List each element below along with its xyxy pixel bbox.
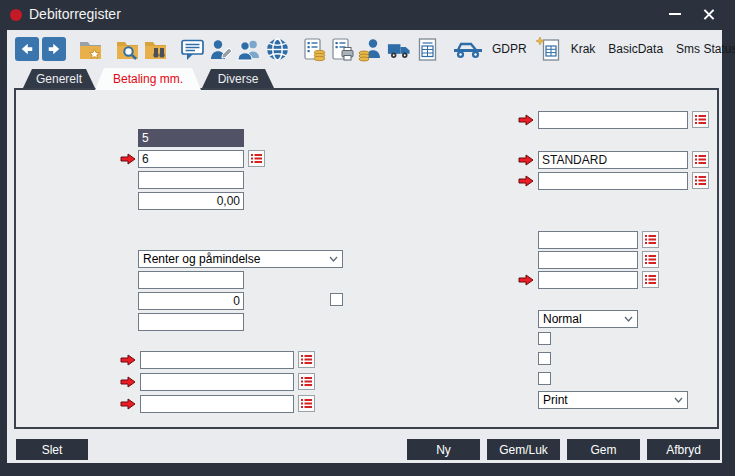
list-lookup-icon xyxy=(695,114,706,125)
projekt-lookup-button[interactable] xyxy=(692,111,709,128)
tab-generelt[interactable]: Generelt xyxy=(23,69,95,88)
back-icon xyxy=(15,37,39,61)
back-button[interactable] xyxy=(15,36,39,62)
fakturagebyr-field[interactable] xyxy=(140,373,294,391)
prisgruppe-goto-arrow-icon[interactable] xyxy=(120,354,136,366)
chevron-down-icon xyxy=(329,256,338,262)
close-icon xyxy=(703,9,714,20)
prisgruppe-field[interactable] xyxy=(140,351,294,369)
statement-print-icon[interactable] xyxy=(330,36,355,62)
app-icon xyxy=(10,9,22,21)
afbryd-button[interactable]: Afbryd xyxy=(647,439,720,460)
globe-icon[interactable] xyxy=(265,36,290,62)
projekt-field[interactable] xyxy=(538,111,688,129)
rentekode-goto-arrow-icon[interactable] xyxy=(120,153,136,165)
slet-button[interactable]: Slet xyxy=(16,439,88,460)
tab-label: Generelt xyxy=(36,72,82,86)
gem-button[interactable]: Gem xyxy=(567,439,640,460)
forward-icon xyxy=(42,37,66,61)
toolbar: GDPR Krak BasicData Sms Status xyxy=(7,31,722,67)
gem-luk-button[interactable]: Gem/Luk xyxy=(487,439,560,460)
chevron-down-icon xyxy=(624,316,633,322)
list-lookup-icon xyxy=(251,153,262,164)
reklamation-checkbox[interactable] xyxy=(538,352,551,365)
tab-label: Diverse xyxy=(218,72,259,86)
fakturagebyr-goto-arrow-icon[interactable] xyxy=(120,376,136,388)
comment-icon[interactable] xyxy=(180,36,205,62)
fakturagebyr-lookup-button[interactable] xyxy=(298,373,315,390)
momskode-lookup-button[interactable] xyxy=(642,231,659,248)
list-lookup-icon xyxy=(301,376,312,387)
document-new-icon[interactable] xyxy=(535,36,563,62)
gdpr-button[interactable]: GDPR xyxy=(492,42,527,56)
statement-coins-icon[interactable] xyxy=(302,36,327,62)
momskode-field[interactable] xyxy=(538,231,638,249)
kontoudtog-value: Renter og påmindelse xyxy=(143,252,260,266)
brevgruppe-lookup-button[interactable] xyxy=(692,172,709,189)
sidst-sendt-1-field[interactable] xyxy=(138,271,244,289)
lakpris-lookup-button[interactable] xyxy=(298,395,315,412)
prisgruppe-lookup-button[interactable] xyxy=(298,351,315,368)
close-button[interactable] xyxy=(693,0,723,28)
bilkobsgruppe-goto-arrow-icon[interactable] xyxy=(518,274,534,286)
vehicle-icon[interactable] xyxy=(452,36,484,62)
folder-binoculars-icon[interactable] xyxy=(143,36,168,62)
rykkere-field[interactable] xyxy=(138,292,244,310)
minimize-icon xyxy=(669,13,681,15)
bilkobsgruppe-lookup-button[interactable] xyxy=(642,271,659,288)
rep-salgsbil-checkbox[interactable] xyxy=(538,332,551,345)
elektronisk-faktura-value: Print xyxy=(543,393,568,407)
projekt-goto-arrow-icon[interactable] xyxy=(518,114,534,126)
folder-favorites-icon[interactable] xyxy=(78,36,103,62)
list-lookup-icon xyxy=(695,175,706,186)
kreditmaks-field[interactable] xyxy=(138,192,244,210)
list-lookup-icon xyxy=(645,274,656,285)
ny-button[interactable]: Ny xyxy=(407,439,480,460)
contacts-icon[interactable] xyxy=(236,36,262,62)
rentefrie-dage-field[interactable] xyxy=(138,129,244,147)
sidst-sendt-2-field[interactable] xyxy=(138,313,244,331)
elektronisk-faktura-dropdown[interactable]: Print xyxy=(538,391,688,409)
formularsaet-field[interactable] xyxy=(538,151,688,169)
basicdata-button[interactable]: BasicData xyxy=(608,42,663,56)
send-ikke-checkbox[interactable] xyxy=(330,293,343,306)
formularsaet-goto-arrow-icon[interactable] xyxy=(518,154,534,166)
chevron-down-icon xyxy=(674,397,683,403)
folder-search-icon[interactable] xyxy=(115,36,140,62)
brevgruppe-field[interactable] xyxy=(538,172,688,190)
rentekode-lookup-button[interactable] xyxy=(248,150,265,167)
contact-edit-icon[interactable] xyxy=(208,36,233,62)
customer-balance-icon[interactable] xyxy=(358,36,383,62)
eu-momskode-lookup-button[interactable] xyxy=(642,251,659,268)
fakturatype-value: Normal xyxy=(543,312,582,326)
rentekode-field[interactable] xyxy=(138,150,244,168)
delivery-truck-icon[interactable] xyxy=(386,36,412,62)
forward-button[interactable] xyxy=(42,36,66,62)
sms-status-button[interactable]: Sms Status xyxy=(676,42,735,56)
eu-momskode-field[interactable] xyxy=(538,251,638,269)
tab-label: Betaling mm. xyxy=(113,72,183,86)
title-bar: Debitorregister xyxy=(0,0,735,30)
formularsaet-lookup-button[interactable] xyxy=(692,151,709,168)
tab-diverse[interactable]: Diverse xyxy=(202,69,274,88)
window-title: Debitorregister xyxy=(29,6,121,22)
kontoudtog-dropdown[interactable]: Renter og påmindelse xyxy=(138,250,343,268)
list-lookup-icon xyxy=(301,398,312,409)
invoice-document-icon[interactable] xyxy=(415,36,440,62)
app-window: Debitorregister xyxy=(0,0,735,476)
fakturatype-dropdown[interactable]: Normal xyxy=(538,310,638,328)
list-lookup-icon xyxy=(645,254,656,265)
list-lookup-icon xyxy=(645,234,656,245)
krak-button[interactable]: Krak xyxy=(571,42,596,56)
list-lookup-icon xyxy=(301,354,312,365)
garanti-checkbox[interactable] xyxy=(538,372,551,385)
tab-betaling-mm[interactable]: Betaling mm. xyxy=(95,68,201,90)
bilkobsgruppe-field[interactable] xyxy=(538,271,638,289)
minimize-button[interactable] xyxy=(660,0,690,28)
list-lookup-icon xyxy=(695,154,706,165)
brevgruppe-goto-arrow-icon[interactable] xyxy=(518,175,534,187)
lakpris-field[interactable] xyxy=(140,395,294,413)
lakpris-goto-arrow-icon[interactable] xyxy=(120,398,136,410)
sidste-rentedato-field[interactable] xyxy=(138,171,244,189)
